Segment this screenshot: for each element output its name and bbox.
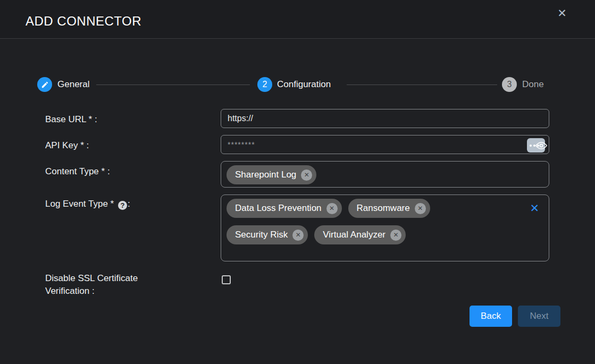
log-event-type-label-text: Log Event Type * <box>45 199 114 209</box>
chip-security-risk: Security Risk ✕ <box>227 225 308 244</box>
chip-container: Sharepoint Log ✕ <box>221 162 549 188</box>
api-key-label: API Key * : <box>45 140 89 151</box>
content-type-field[interactable]: Sharepoint Log ✕ <box>221 161 549 188</box>
step-configuration-label: Configuration <box>277 79 331 90</box>
chip-sharepoint-log: Sharepoint Log ✕ <box>227 165 316 184</box>
content-type-label: Content Type * : <box>45 166 110 177</box>
remove-chip-icon[interactable]: ✕ <box>390 230 401 241</box>
next-button[interactable]: Next <box>518 306 560 327</box>
base-url-input[interactable] <box>221 109 549 128</box>
disable-ssl-label: Disable SSL Certificate Verification : <box>45 272 161 298</box>
base-url-label: Base URL * : <box>45 114 97 125</box>
remove-chip-icon[interactable]: ✕ <box>301 170 312 181</box>
step-done-label: Done <box>522 79 544 90</box>
clear-field-icon[interactable]: ✕ <box>530 202 539 215</box>
step-number: 2 <box>263 80 267 89</box>
back-button[interactable]: Back <box>470 306 512 327</box>
close-icon[interactable]: ✕ <box>555 6 569 21</box>
remove-chip-icon[interactable]: ✕ <box>415 203 426 214</box>
remove-chip-icon[interactable]: ✕ <box>292 230 304 241</box>
label-colon: : <box>128 199 130 209</box>
chip-container: Data Loss Prevention ✕ Ransomware ✕ Secu… <box>221 195 549 248</box>
step-number: 3 <box>507 80 512 89</box>
chip-label: Sharepoint Log <box>235 170 296 180</box>
step-configuration-indicator[interactable]: 2 <box>257 77 272 92</box>
chip-virtual-analyzer: Virtual Analyzer ✕ <box>314 225 406 244</box>
step-connector-line-1 <box>96 84 250 85</box>
disable-ssl-checkbox[interactable] <box>222 275 231 284</box>
step-general-indicator[interactable] <box>37 77 52 92</box>
chip-label: Data Loss Prevention <box>235 203 322 214</box>
chip-label: Virtual Analyzer <box>323 230 386 240</box>
chip-label: Ransomware <box>357 203 410 214</box>
reveal-password-button[interactable] <box>527 138 545 153</box>
dialog-header: ADD CONNECTOR ✕ <box>0 0 595 39</box>
api-key-input[interactable] <box>221 135 549 154</box>
chip-data-loss-prevention: Data Loss Prevention ✕ <box>227 199 342 218</box>
remove-chip-icon[interactable]: ✕ <box>326 203 338 214</box>
add-connector-dialog: ADD CONNECTOR ✕ General 2 Configuration … <box>0 0 595 364</box>
help-icon[interactable]: ? <box>118 201 127 210</box>
log-event-type-label: Log Event Type * ?: <box>45 199 130 210</box>
step-connector-line-2 <box>347 84 497 85</box>
log-event-type-field[interactable]: Data Loss Prevention ✕ Ransomware ✕ Secu… <box>221 194 549 261</box>
step-general-label: General <box>57 79 89 90</box>
eye-icon <box>534 139 548 154</box>
dialog-title: ADD CONNECTOR <box>26 14 141 29</box>
chip-label: Security Risk <box>235 230 288 240</box>
step-done-indicator[interactable]: 3 <box>502 77 517 92</box>
pencil-icon <box>41 81 49 89</box>
chip-ransomware: Ransomware ✕ <box>348 199 430 218</box>
